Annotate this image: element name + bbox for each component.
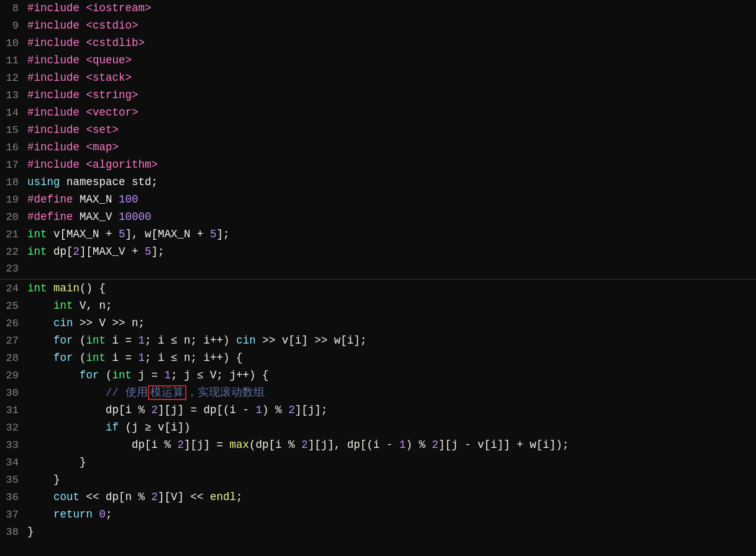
token [27,386,106,399]
code-line: 34 } [0,454,756,472]
line-number: 23 [0,261,24,277]
code-line: 35 } [0,472,756,489]
code-line: 25 int V, n; [0,298,756,315]
token: cin [236,334,256,347]
line-content: #include <cstdio> [24,17,756,34]
token: ], w[MAX_N + [125,228,211,240]
line-content: } [24,454,756,471]
token: main [53,282,80,294]
token: #define [27,193,73,206]
line-number: 19 [0,192,24,208]
line-number: 20 [0,209,24,226]
token: ][V] << [158,491,210,503]
token: ][j] = [184,439,230,451]
token: 1 [399,439,406,451]
token: #include <cstdlib> [27,37,145,49]
token: ][j]; [295,404,328,416]
line-number: 14 [0,105,24,121]
line-number: 12 [0,70,24,86]
line-content: int V, n; [24,298,756,314]
token: } [27,473,60,486]
line-content: } [24,472,756,488]
line-number: 33 [0,437,24,453]
code-line: 18using namespace std; [0,174,756,191]
token: return [53,508,93,521]
token [27,491,53,503]
token: 2 [152,404,158,416]
token: ，实现滚动数组 [186,386,265,399]
token: () { [80,282,106,294]
token: int [86,334,106,347]
highlight-comment: 模运算 [148,385,186,400]
token: ]; [152,245,165,258]
token: V, n; [73,299,112,312]
token: ][MAX_V + [80,245,145,258]
line-number: 13 [0,88,24,104]
token: ) % [262,404,288,416]
code-line: 31 dp[i % 2][j] = dp[(i - 1) % 2][j]; [0,402,756,419]
token: #include <string> [27,89,139,101]
token: ; i ≤ n; i++) { [145,352,243,364]
token: ( [99,369,112,381]
line-content: if (j ≥ v[i]) [24,419,756,436]
token: 1 [139,334,145,347]
line-number: 24 [0,281,24,297]
line-content: for (int j = 1; j ≤ V; j++) { [24,367,756,384]
token: 1 [139,352,145,364]
token [93,508,99,521]
line-content: #include <string> [24,87,756,104]
token: ( [73,334,86,347]
token: j = [132,369,165,381]
token: ][j - v[i]] + w[i]); [439,439,569,451]
token [47,282,54,294]
line-content: for (int i = 1; i ≤ n; i++) { [24,350,756,367]
line-content: #include <iostream> [24,0,756,17]
code-line: 28 for (int i = 1; i ≤ n; i++) { [0,350,756,367]
token: #include <set> [27,124,119,136]
token: int [86,352,106,364]
code-line: 11#include <queue> [0,52,756,70]
token: 2 [301,439,308,451]
line-content: int main() { [24,280,756,297]
code-line: 20#define MAX_V 10000 [0,209,756,226]
token [27,421,106,434]
token: ; j ≤ V; j++) { [171,369,269,381]
token: 2 [178,439,184,451]
line-number: 37 [0,507,24,523]
code-line: 19#define MAX_N 100 [0,191,756,209]
code-line: 15#include <set> [0,122,756,139]
line-content: #define MAX_N 100 [24,191,756,208]
token: for [53,352,73,364]
token: cin [53,317,73,329]
code-line: 27 for (int i = 1; i ≤ n; i++) cin >> v[… [0,332,756,350]
code-line: 38} [0,524,756,541]
code-line: 33 dp[i % 2][j] = max(dp[i % 2][j], dp[(… [0,437,756,454]
token: 0 [99,508,106,521]
line-number: 38 [0,524,24,540]
token [27,369,80,381]
line-content: #include <queue> [24,52,756,69]
line-content: int v[MAX_N + 5], w[MAX_N + 5]; [24,226,756,243]
line-number: 35 [0,472,24,488]
token: int [27,245,47,258]
line-number: 30 [0,385,24,401]
token: if [106,421,119,434]
line-number: 27 [0,333,24,349]
line-number: 8 [0,1,24,17]
line-number: 28 [0,350,24,367]
line-number: 16 [0,140,24,156]
line-content: } [24,524,756,540]
line-content: #include <map> [24,139,756,156]
token: 2 [73,245,80,258]
code-editor: 8#include <iostream>9#include <cstdio>10… [0,0,756,556]
code-line: 23 [0,261,756,278]
token: 100 [119,193,139,206]
line-number: 31 [0,403,24,419]
token: #include <stack> [27,71,132,84]
token: v[MAX_N + [47,228,119,240]
token: 5 [119,228,125,240]
token: 2 [152,491,158,503]
line-number: 11 [0,53,24,69]
line-content: #include <set> [24,122,756,139]
line-number: 34 [0,455,24,471]
